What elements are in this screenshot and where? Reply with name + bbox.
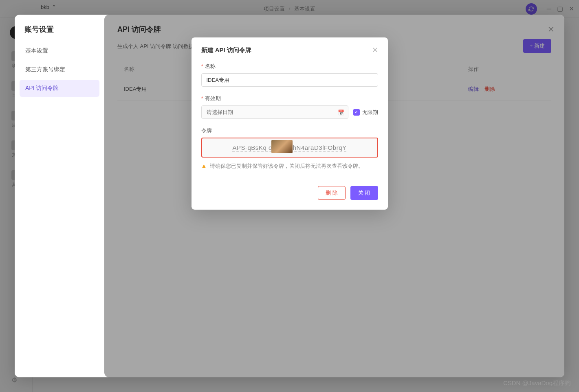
delete-button[interactable]: 删 除 — [318, 186, 346, 200]
warning-text: 请确保您已复制并保管好该令牌，关闭后将无法再次查看该令牌。 — [210, 162, 363, 170]
form-group-token: 令牌 APS-qBsKq ofhrdBplhN4araD3lFObrqY ▲ 请… — [201, 127, 378, 170]
warning-row: ▲ 请确保您已复制并保管好该令牌，关闭后将无法再次查看该令牌。 — [201, 162, 378, 170]
required-icon: * — [201, 95, 203, 101]
name-label: *名称 — [201, 63, 378, 70]
form-group-name: *名称 — [201, 63, 378, 87]
checkbox-icon: ✓ — [353, 109, 360, 116]
modal-body: *名称 *有效期 📅 ✓ 无限期 令牌 APS-qBsKq ofhrdBpl — [192, 63, 388, 186]
date-row: 📅 ✓ 无限期 — [201, 105, 378, 119]
nav-api-token[interactable]: API 访问令牌 — [20, 80, 99, 97]
modal-title: 新建 API 访问令牌 — [201, 46, 251, 54]
nav-thirdparty[interactable]: 第三方账号绑定 — [20, 61, 99, 78]
settings-title: 账号设置 — [20, 24, 99, 42]
warning-icon: ▲ — [201, 162, 207, 169]
token-display[interactable]: APS-qBsKq ofhrdBplhN4araD3lFObrqY — [201, 138, 378, 158]
new-token-modal: 新建 API 访问令牌 ✕ *名称 *有效期 📅 ✓ 无限期 令牌 — [192, 37, 388, 210]
required-icon: * — [201, 63, 203, 69]
modal-footer: 删 除 关 闭 — [192, 186, 388, 210]
calendar-icon: 📅 — [338, 109, 344, 115]
obscure-image — [271, 140, 293, 153]
name-input[interactable] — [201, 73, 378, 87]
no-expiry-label: 无限期 — [362, 109, 378, 116]
settings-sidebar: 账号设置 基本设置 第三方账号绑定 API 访问令牌 — [15, 15, 104, 377]
date-input-wrap: 📅 — [201, 105, 348, 119]
modal-header: 新建 API 访问令牌 ✕ — [192, 37, 388, 63]
watermark: CSDN @JavaDog程序狗 — [503, 379, 571, 387]
token-label: 令牌 — [201, 127, 378, 134]
nav-basic[interactable]: 基本设置 — [20, 42, 99, 59]
date-input[interactable] — [201, 105, 348, 119]
expiry-label: *有效期 — [201, 95, 378, 102]
no-expiry-checkbox[interactable]: ✓ 无限期 — [353, 109, 378, 116]
modal-close-button[interactable]: ✕ — [372, 46, 378, 55]
close-button[interactable]: 关 闭 — [350, 186, 378, 200]
